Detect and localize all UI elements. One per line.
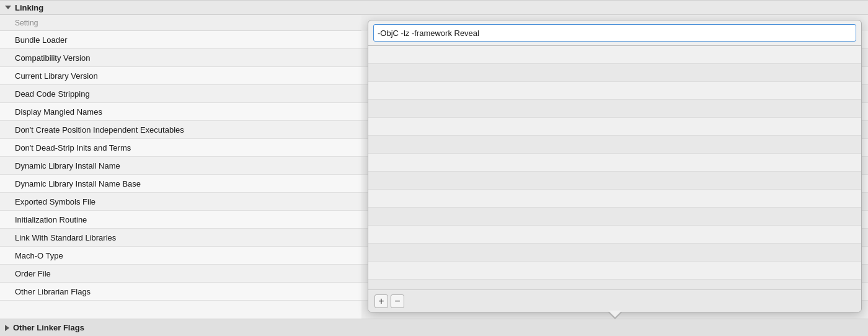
popover-list-row [368, 136, 861, 154]
bottom-collapsed-row: Other Linker Flags [0, 319, 868, 336]
main-container: Linking Setting Bundle LoaderCompatibili… [0, 0, 868, 336]
remove-flag-button[interactable]: − [391, 294, 404, 308]
setting-name: Bundle Loader [15, 35, 68, 45]
right-panel: + − [361, 15, 868, 319]
popover-toolbar: + − [368, 290, 861, 312]
popover-list-row [368, 172, 861, 190]
popover: + − [368, 20, 862, 312]
popover-list-row [368, 226, 861, 244]
popover-list-row [368, 154, 861, 172]
setting-name: Mach-O Type [15, 251, 63, 260]
setting-row[interactable]: Initialization Routine [0, 211, 361, 229]
popover-list-row [368, 280, 861, 290]
section-title: Linking [15, 3, 43, 12]
setting-row[interactable]: Dead Code Stripping [0, 85, 361, 103]
setting-name: Link With Standard Libraries [15, 233, 116, 242]
setting-name: Dynamic Library Install Name Base [15, 179, 141, 188]
popover-list-area [368, 46, 861, 290]
popover-list-row [368, 190, 861, 208]
add-flag-button[interactable]: + [374, 294, 388, 308]
setting-name: Display Mangled Names [15, 107, 102, 117]
popover-list-row [368, 118, 861, 136]
setting-row[interactable]: Link With Standard Libraries [0, 229, 361, 247]
setting-row[interactable]: Dynamic Library Install Name [0, 157, 361, 175]
setting-row[interactable]: Exported Symbols File [0, 193, 361, 211]
setting-name: Current Library Version [15, 71, 98, 81]
setting-row[interactable]: Display Mangled Names [0, 103, 361, 121]
other-linker-flags-label: Other Linker Flags [13, 323, 84, 332]
setting-row[interactable]: Mach-O Type [0, 247, 361, 265]
setting-name: Compatibility Version [15, 53, 90, 63]
settings-header-row: Setting [0, 15, 361, 31]
setting-row[interactable]: Other Librarian Flags [0, 283, 361, 301]
setting-row[interactable]: Bundle Loader [0, 31, 361, 49]
setting-name: Dead Code Stripping [15, 89, 90, 99]
setting-row[interactable]: Order File [0, 265, 361, 283]
other-linker-flags-triangle[interactable] [5, 325, 9, 331]
setting-name: Initialization Routine [15, 215, 87, 224]
setting-name: Other Librarian Flags [15, 287, 91, 296]
popover-tail [608, 312, 622, 319]
setting-row[interactable]: Current Library Version [0, 67, 361, 85]
settings-header-label: Setting [15, 19, 38, 27]
setting-row[interactable]: Don't Dead-Strip Inits and Terms [0, 139, 361, 157]
setting-name: Order File [15, 269, 51, 278]
section-collapse-triangle[interactable] [5, 6, 11, 9]
popover-list-row [368, 46, 861, 64]
other-linker-flags-input[interactable] [373, 24, 856, 42]
popover-list-row [368, 262, 861, 280]
setting-row[interactable]: Dynamic Library Install Name Base [0, 175, 361, 193]
popover-input-area [368, 20, 861, 46]
settings-list: Setting Bundle LoaderCompatibility Versi… [0, 15, 361, 319]
setting-row[interactable]: Don't Create Position Independent Execut… [0, 121, 361, 139]
setting-name: Don't Create Position Independent Execut… [15, 125, 184, 135]
settings-rows-container: Bundle LoaderCompatibility VersionCurren… [0, 31, 361, 301]
popover-list-row [368, 100, 861, 118]
setting-name: Dynamic Library Install Name [15, 161, 120, 170]
setting-name: Don't Dead-Strip Inits and Terms [15, 143, 131, 153]
popover-list-row [368, 244, 861, 262]
popover-list-row [368, 208, 861, 226]
section-header: Linking [0, 0, 868, 15]
popover-list-row [368, 82, 861, 100]
setting-row[interactable]: Compatibility Version [0, 49, 361, 67]
setting-name: Exported Symbols File [15, 197, 95, 206]
content-area: Setting Bundle LoaderCompatibility Versi… [0, 15, 868, 319]
popover-list-row [368, 64, 861, 82]
